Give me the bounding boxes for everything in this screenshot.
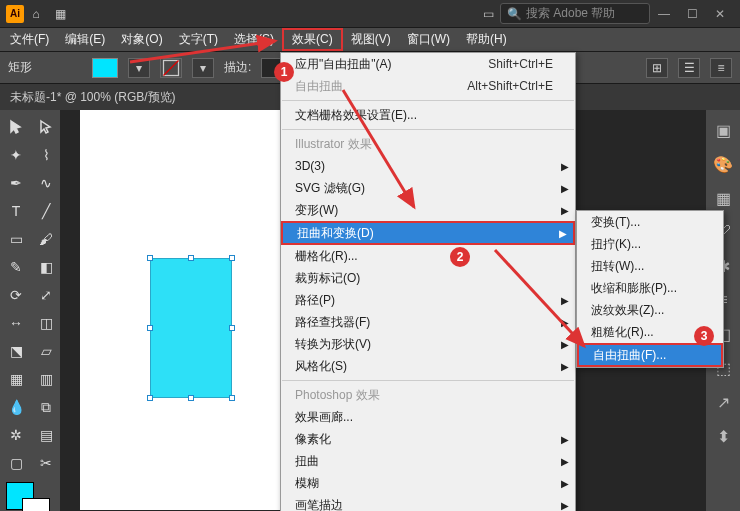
menu-item[interactable]: 画笔描边▶	[281, 494, 575, 511]
lasso-tool-icon[interactable]: ⌇	[32, 142, 60, 168]
minimize-button[interactable]: —	[650, 7, 678, 21]
toolbox: ✦ ⌇ ✒ ∿ T ╱ ▭ 🖌 ✎ ◧ ⟳ ⤢ ↔ ◫ ⬔ ▱ ▦ ▥ 💧 ⧉ …	[0, 110, 60, 511]
rectangle-tool-icon[interactable]: ▭	[2, 226, 30, 252]
gradient-tool-icon[interactable]: ▥	[32, 366, 60, 392]
shape-builder-tool-icon[interactable]: ⬔	[2, 338, 30, 364]
artboard-tool-icon[interactable]: ▢	[2, 450, 30, 476]
menu-item[interactable]: 转换为形状(V)▶	[281, 333, 575, 355]
menu-item[interactable]: 3D(3)▶	[281, 155, 575, 177]
maximize-button[interactable]: ☐	[678, 7, 706, 21]
symbol-sprayer-tool-icon[interactable]: ✲	[2, 422, 30, 448]
menu-item[interactable]: 应用"自由扭曲"(A)Shift+Ctrl+E	[281, 53, 575, 75]
panel-option1-icon[interactable]: ⊞	[646, 58, 668, 78]
blend-tool-icon[interactable]: ⧉	[32, 394, 60, 420]
eyedropper-tool-icon[interactable]: 💧	[2, 394, 30, 420]
stroke-swatch[interactable]	[160, 58, 182, 78]
menu-item[interactable]: 模糊▶	[281, 472, 575, 494]
direct-selection-tool-icon[interactable]	[32, 114, 60, 140]
close-button[interactable]: ✕	[706, 7, 734, 21]
color-panel-icon[interactable]: 🎨	[711, 152, 735, 176]
width-tool-icon[interactable]: ↔	[2, 310, 30, 336]
mesh-tool-icon[interactable]: ▦	[2, 366, 30, 392]
info-panel-icon[interactable]: ⬍	[711, 424, 735, 448]
export-panel-icon[interactable]: ↗	[711, 390, 735, 414]
pen-tool-icon[interactable]: ✒	[2, 170, 30, 196]
resize-handle[interactable]	[229, 325, 235, 331]
menu-item[interactable]: 路径(P)▶	[281, 289, 575, 311]
resize-handle[interactable]	[147, 395, 153, 401]
scale-tool-icon[interactable]: ⤢	[32, 282, 60, 308]
layout-icon[interactable]: ▭	[476, 7, 500, 21]
menu-item[interactable]: 扭曲和变换(D)▶	[281, 221, 575, 245]
fill-stroke-indicator[interactable]	[2, 478, 60, 511]
menu-item[interactable]: 风格化(S)▶	[281, 355, 575, 377]
resize-handle[interactable]	[188, 395, 194, 401]
resize-handle[interactable]	[188, 255, 194, 261]
selection-tool-icon[interactable]	[2, 114, 30, 140]
home-icon[interactable]: ⌂	[24, 7, 48, 21]
document-tab-label: 未标题-1* @ 100% (RGB/预览)	[10, 89, 176, 106]
resize-handle[interactable]	[229, 395, 235, 401]
properties-panel-icon[interactable]: ▣	[711, 118, 735, 142]
menu-文字(T)[interactable]: 文字(T)	[171, 28, 226, 51]
line-tool-icon[interactable]: ╱	[32, 198, 60, 224]
submenu-item[interactable]: 扭拧(K)...	[577, 233, 723, 255]
menu-item[interactable]: 文档栅格效果设置(E)...	[281, 104, 575, 126]
menu-视图(V)[interactable]: 视图(V)	[343, 28, 399, 51]
search-box[interactable]: 🔍 搜索 Adobe 帮助	[500, 3, 650, 24]
stroke-dropdown-icon[interactable]: ▾	[192, 58, 214, 78]
menu-文件(F)[interactable]: 文件(F)	[2, 28, 57, 51]
menu-效果(C)[interactable]: 效果(C)	[282, 28, 343, 51]
menu-item[interactable]: 像素化▶	[281, 428, 575, 450]
shaper-tool-icon[interactable]: ✎	[2, 254, 30, 280]
workspace-grid-icon[interactable]: ▦	[48, 7, 72, 21]
background-swatch[interactable]	[22, 498, 50, 511]
submenu-item[interactable]: 变换(T)...	[577, 211, 723, 233]
menu-编辑(E)[interactable]: 编辑(E)	[57, 28, 113, 51]
app-logo: Ai	[6, 5, 24, 23]
selected-rectangle[interactable]	[150, 258, 232, 398]
menu-item[interactable]: SVG 滤镜(G)▶	[281, 177, 575, 199]
menu-item[interactable]: 自由扭曲Alt+Shift+Ctrl+E	[281, 75, 575, 97]
resize-handle[interactable]	[229, 255, 235, 261]
menu-item[interactable]: 路径查找器(F)▶	[281, 311, 575, 333]
menu-item: Illustrator 效果	[281, 133, 575, 155]
panel-option3-icon[interactable]: ≡	[710, 58, 732, 78]
annotation-badge-2: 2	[450, 247, 470, 267]
free-transform-tool-icon[interactable]: ◫	[32, 310, 60, 336]
resize-handle[interactable]	[147, 255, 153, 261]
menu-item[interactable]: 变形(W)▶	[281, 199, 575, 221]
submenu-item[interactable]: 收缩和膨胀(P)...	[577, 277, 723, 299]
title-bar: Ai ⌂ ▦ ▭ 🔍 搜索 Adobe 帮助 — ☐ ✕	[0, 0, 740, 28]
magic-wand-tool-icon[interactable]: ✦	[2, 142, 30, 168]
menu-item[interactable]: 栅格化(R)...	[281, 245, 575, 267]
panel-option2-icon[interactable]: ☰	[678, 58, 700, 78]
graph-tool-icon[interactable]: ▤	[32, 422, 60, 448]
fill-swatch[interactable]	[92, 58, 118, 78]
submenu-item[interactable]: 波纹效果(Z)...	[577, 299, 723, 321]
menu-item[interactable]: 扭曲▶	[281, 450, 575, 472]
swatches-panel-icon[interactable]: ▦	[711, 186, 735, 210]
rotate-tool-icon[interactable]: ⟳	[2, 282, 30, 308]
type-tool-icon[interactable]: T	[2, 198, 30, 224]
annotation-badge-1: 1	[274, 62, 294, 82]
perspective-tool-icon[interactable]: ▱	[32, 338, 60, 364]
menu-bar: 文件(F)编辑(E)对象(O)文字(T)选择(S)效果(C)视图(V)窗口(W)…	[0, 28, 740, 52]
menu-对象(O)[interactable]: 对象(O)	[113, 28, 170, 51]
fill-dropdown-icon[interactable]: ▾	[128, 58, 150, 78]
search-icon: 🔍	[507, 7, 522, 21]
slice-tool-icon[interactable]: ✂	[32, 450, 60, 476]
submenu-item[interactable]: 自由扭曲(F)...	[577, 343, 723, 367]
menu-帮助(H)[interactable]: 帮助(H)	[458, 28, 515, 51]
stroke-label: 描边:	[224, 59, 251, 76]
menu-item[interactable]: 裁剪标记(O)	[281, 267, 575, 289]
menu-窗口(W)[interactable]: 窗口(W)	[399, 28, 458, 51]
menu-item[interactable]: 效果画廊...	[281, 406, 575, 428]
menu-选择(S)[interactable]: 选择(S)	[226, 28, 282, 51]
submenu-item[interactable]: 扭转(W)...	[577, 255, 723, 277]
paintbrush-tool-icon[interactable]: 🖌	[32, 226, 60, 252]
annotation-badge-3: 3	[694, 326, 714, 346]
resize-handle[interactable]	[147, 325, 153, 331]
eraser-tool-icon[interactable]: ◧	[32, 254, 60, 280]
curvature-tool-icon[interactable]: ∿	[32, 170, 60, 196]
